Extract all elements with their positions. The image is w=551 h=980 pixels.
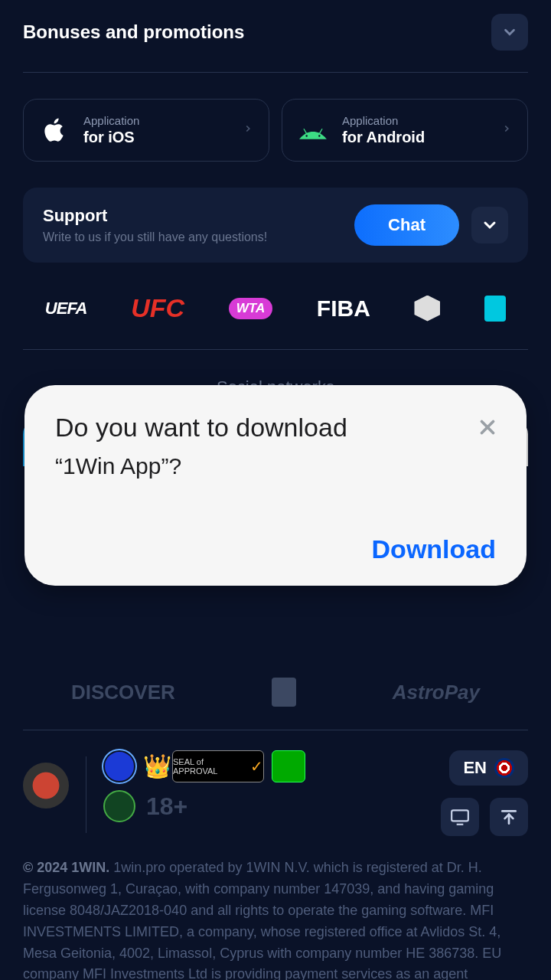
android-app-title: for Android: [342, 129, 425, 146]
language-selector[interactable]: EN: [449, 750, 528, 786]
support-title: Support: [43, 206, 267, 226]
svg-rect-0: [452, 810, 468, 821]
cert-badge: [103, 790, 135, 822]
chevron-down-icon: [481, 216, 499, 234]
cert-badge: [272, 750, 305, 782]
download-modal: Do you want to download “1Win App”? Down…: [24, 385, 527, 586]
astropay-logo: AstroPay: [393, 681, 480, 704]
age-restriction: 18+: [146, 792, 187, 821]
close-button[interactable]: [476, 416, 499, 442]
partners-row: UEFA UFC WTA FIBA: [23, 293, 528, 350]
close-icon: [476, 416, 499, 439]
android-app-card[interactable]: Application for Android: [282, 99, 528, 162]
support-box: Support Write to us if you still have an…: [23, 188, 528, 263]
bonuses-title: Bonuses and promotions: [23, 21, 244, 43]
cert-badge: [103, 750, 135, 782]
bonuses-expand-button[interactable]: [491, 14, 528, 51]
monitor-icon: [450, 807, 470, 827]
chevron-down-icon: [501, 24, 518, 41]
chevron-right-icon: [501, 123, 512, 137]
cert-emblem: [23, 763, 69, 808]
download-button[interactable]: Download: [55, 534, 496, 564]
interac-logo: [272, 678, 296, 707]
support-expand-button[interactable]: [471, 207, 508, 243]
ios-app-card[interactable]: Application for iOS: [23, 99, 269, 162]
apple-icon: [39, 113, 70, 147]
nhl-logo: [414, 296, 440, 322]
chat-button[interactable]: Chat: [354, 204, 459, 246]
uefa-logo: UEFA: [45, 299, 87, 318]
language-code: EN: [463, 758, 487, 778]
crown-icon: 👑: [143, 750, 165, 782]
copyright: © 2024 1WIN.: [23, 860, 109, 875]
wta-logo: WTA: [229, 298, 272, 319]
payments-row: DISCOVER AstroPay: [23, 678, 528, 707]
chevron-right-icon: [243, 123, 253, 137]
fiba-logo: FIBA: [317, 296, 370, 322]
arrow-up-icon: [499, 807, 519, 827]
ufc-logo: UFC: [131, 293, 184, 323]
divider: [86, 756, 86, 833]
divider: [23, 730, 528, 730]
support-subtitle: Write to us if you still have any questi…: [43, 230, 267, 244]
legal-text: © 2024 1WIN. 1win.pro operated by 1WIN N…: [23, 858, 528, 980]
desktop-button[interactable]: [441, 798, 479, 836]
seal-badge: SEAL of APPROVAL✓: [172, 750, 264, 782]
android-app-label: Application: [342, 114, 425, 127]
ios-app-title: for iOS: [83, 129, 139, 146]
ios-app-label: Application: [83, 114, 139, 127]
modal-subtitle: “1Win App”?: [55, 453, 496, 479]
discover-logo: DISCOVER: [71, 681, 175, 704]
modal-title: Do you want to download: [55, 413, 496, 443]
uk-flag-icon: [494, 758, 514, 778]
atp-logo: [484, 296, 506, 322]
scroll-top-button[interactable]: [490, 798, 528, 836]
android-icon: [298, 113, 328, 147]
